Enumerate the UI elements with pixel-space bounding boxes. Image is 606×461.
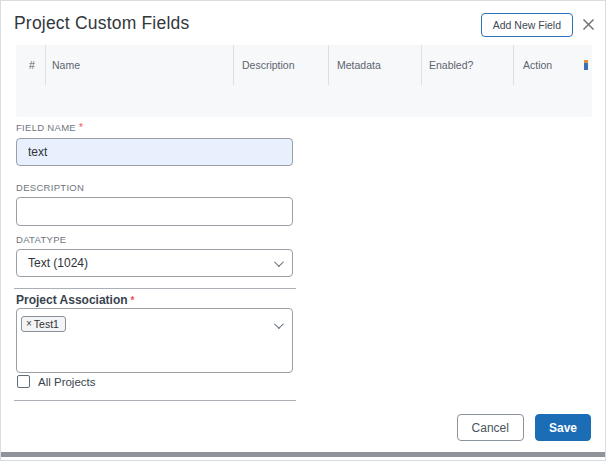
column-header-enabled: Enabled? (422, 45, 514, 85)
required-asterisk: * (131, 295, 135, 306)
description-label: DESCRIPTION (16, 182, 84, 193)
save-button[interactable]: Save (535, 414, 591, 441)
table-empty-body (16, 85, 592, 117)
datatype-label: DATATYPE (16, 234, 66, 245)
chevron-down-icon (274, 257, 284, 267)
tag-label: Test1 (34, 318, 59, 330)
all-projects-row: All Projects (17, 375, 96, 388)
column-header-action: Action (514, 45, 571, 85)
project-custom-fields-dialog: Project Custom Fields Add New Field # Na… (0, 0, 606, 461)
close-icon[interactable] (581, 17, 596, 32)
required-asterisk: * (79, 122, 83, 133)
add-new-field-button[interactable]: Add New Field (481, 13, 573, 37)
cancel-button[interactable]: Cancel (457, 414, 524, 441)
field-name-label: FIELD NAME* (16, 122, 83, 133)
bottom-bar (1, 452, 605, 457)
column-header-metadata: Metadata (329, 45, 422, 85)
field-name-input[interactable] (16, 138, 293, 166)
remove-tag-icon[interactable]: × (26, 318, 32, 329)
selected-project-tag[interactable]: × Test1 (21, 316, 66, 332)
column-header-description: Description (234, 45, 329, 85)
datatype-select[interactable]: Text (1024) (16, 249, 293, 277)
column-options-icon[interactable] (584, 60, 588, 70)
datatype-selected-value: Text (1024) (28, 256, 88, 270)
section-divider (14, 288, 296, 289)
all-projects-label: All Projects (38, 376, 96, 388)
description-input[interactable] (16, 197, 293, 226)
page-title: Project Custom Fields (14, 13, 189, 34)
table-header-row: # Name Description Metadata Enabled? Act… (16, 45, 592, 85)
chevron-down-icon (274, 319, 284, 329)
project-association-multiselect[interactable]: × Test1 (16, 308, 293, 373)
all-projects-checkbox[interactable] (17, 375, 30, 388)
section-divider (14, 400, 296, 401)
custom-fields-table: # Name Description Metadata Enabled? Act… (16, 45, 592, 117)
column-header-index: # (16, 45, 46, 85)
column-header-name: Name (46, 45, 234, 85)
column-header-options (571, 45, 592, 85)
project-association-label: Project Association* (16, 293, 135, 307)
dialog-footer: Cancel Save (457, 414, 591, 441)
